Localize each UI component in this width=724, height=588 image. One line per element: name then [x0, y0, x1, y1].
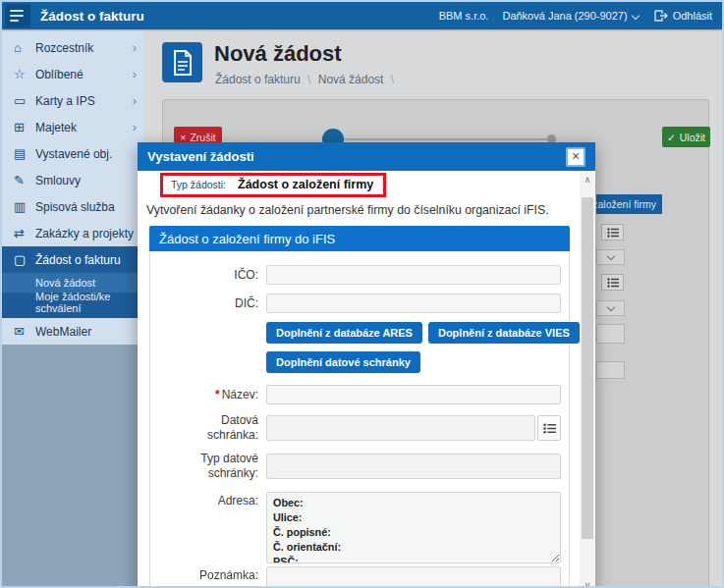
vies-lookup-button[interactable]: Doplnění z databáze VIES	[428, 322, 580, 344]
ico-label: IČO:	[150, 268, 266, 283]
databox-lookup-button[interactable]: Doplnění datové schránky	[266, 351, 420, 373]
form-row-datova-schranka: Datová schránka:	[150, 413, 569, 443]
scroll-up-arrow[interactable]: ∧	[580, 173, 595, 187]
close-icon: ×	[180, 132, 186, 143]
sidebar-subitem-moje-zadosti[interactable]: Moje žádosti/ke schválení	[2, 293, 144, 312]
form-panel-title: Žádost o založení firmy do iFIS	[149, 226, 570, 251]
databox-label: Datová schránka:	[150, 413, 266, 443]
chevron-down-icon	[633, 12, 640, 20]
check-icon: ✓	[667, 132, 676, 143]
breadcrumb-link-1[interactable]: Žádost o fakturu	[215, 73, 301, 86]
modal-scrollbar: ∧ ∨	[580, 171, 595, 588]
databox-type-input[interactable]	[266, 454, 561, 479]
form-row-nazev: *Název:	[150, 385, 569, 404]
nazev-input[interactable]	[266, 385, 561, 404]
projects-icon: ⇄	[14, 226, 35, 241]
input-partial[interactable]	[596, 324, 625, 344]
invoice-icon: ▢	[14, 252, 35, 267]
breadcrumb-separator: \	[387, 73, 398, 86]
logout-button[interactable]: Odhlásit	[654, 10, 712, 22]
dic-label: DIČ:	[150, 296, 266, 311]
file-icon: ▥	[14, 199, 35, 214]
sidebar-item-vystavene-obj[interactable]: ▤ Vystavené obj.	[2, 140, 144, 167]
sidebar-submenu: Nová žádost Moje žádosti/ke schválení	[2, 273, 144, 318]
mail-icon: ✉	[14, 324, 35, 339]
form-row-ico: IČO:	[150, 265, 569, 285]
lookup-buttons-row: Doplnění z databáze ARES Doplnění z data…	[150, 322, 569, 344]
package-icon: ⊞	[14, 120, 35, 134]
request-type-highlight-box: Typ žádosti: Žádost o založení firmy	[160, 173, 386, 197]
home-icon: ⌂	[14, 40, 35, 55]
sidebar-item-spisova-sluzba[interactable]: ▥ Spisová služba	[2, 193, 144, 220]
sidebar-item-smlouvy[interactable]: ✎ Smlouvy	[2, 167, 144, 193]
chevron-down-icon	[606, 251, 614, 259]
select-dropdown-partial[interactable]	[596, 249, 625, 265]
sidebar-item-rozcestnik[interactable]: ⌂ Rozcestník ›	[2, 34, 144, 61]
chevron-right-icon: ›	[133, 120, 137, 134]
modal-header: Vystavení žádosti ×	[138, 142, 595, 171]
nazev-label: *Název:	[150, 388, 266, 402]
close-icon: ×	[572, 148, 580, 164]
ico-input[interactable]	[266, 265, 561, 285]
sidebar-item-karty-a-ips[interactable]: ▭ Karty a IPS ›	[2, 87, 144, 114]
star-icon: ☆	[14, 67, 35, 81]
chevron-right-icon: ›	[133, 67, 137, 81]
modal-vystaveni-zadosti: Vystavení žádosti × Typ žádosti: Žádost …	[138, 142, 595, 588]
save-button[interactable]: ✓ Uložit	[662, 127, 710, 147]
modal-close-button[interactable]: ×	[566, 147, 585, 167]
chevron-right-icon: ›	[133, 93, 137, 108]
list-picker-icon[interactable]	[601, 224, 624, 241]
sidebar-item-majetek[interactable]: ⊞ Majetek ›	[2, 114, 144, 140]
scroll-down-arrow[interactable]: ∨	[580, 578, 595, 588]
logout-label: Odhlásit	[673, 10, 712, 22]
form-panel: Žádost o založení firmy do iFIS IČO: DIČ…	[149, 226, 570, 588]
input-partial[interactable]	[596, 361, 625, 379]
form-row-dic: DIČ:	[150, 294, 569, 313]
request-type-button-partial[interactable]: o založení firmy	[596, 194, 662, 214]
user-name: Daňková Jana (290-9027)	[502, 10, 627, 22]
page-icon	[162, 42, 202, 82]
dic-input[interactable]	[266, 294, 561, 313]
sidebar-item-oblibene[interactable]: ☆ Oblíbené ›	[2, 61, 144, 87]
databox-picker-button[interactable]	[537, 415, 561, 441]
sidebar-subitem-nova-zadost[interactable]: Nová žádost	[2, 273, 144, 293]
databox-type-label: Typ datové schránky:	[150, 452, 266, 481]
request-type-label: Typ žádosti:	[171, 179, 226, 190]
page-title: Nová žádost	[214, 41, 342, 67]
modal-title: Vystavení žádosti	[147, 149, 254, 164]
user-menu[interactable]: Daňková Jana (290-9027)	[502, 10, 640, 22]
list-picker-icon[interactable]	[601, 274, 624, 291]
databox-input[interactable]	[266, 415, 535, 441]
scrollbar-thumb[interactable]	[582, 197, 593, 539]
form-row-typ-datove-schranky: Typ datové schránky:	[150, 452, 569, 481]
sidebar-item-zadost-o-fakturu[interactable]: ▢ Žádost o fakturu	[2, 246, 144, 273]
logout-icon	[654, 10, 668, 22]
select-dropdown-partial[interactable]	[596, 300, 625, 316]
app-title: Žádost o fakturu	[40, 9, 144, 24]
databox-button-row: Doplnění datové schránky	[150, 351, 569, 373]
breadcrumb-separator: \	[304, 73, 314, 86]
poznamka-label: Poznámka:	[150, 566, 266, 583]
document-icon: ▤	[14, 146, 35, 161]
breadcrumb-link-2[interactable]: Nová žádost	[318, 73, 384, 86]
app-window: Žádost o fakturu BBM s.r.o. Daňková Jana…	[0, 0, 724, 588]
stepper-line	[338, 138, 550, 140]
menu-toggle-button[interactable]	[5, 4, 30, 27]
form-row-adresa: Adresa: Obec: Ulice: Č. popisné: Č. orie…	[150, 492, 569, 563]
request-description: Vytvoření žádanky o založení partnerské …	[146, 203, 549, 217]
list-picker-icon	[543, 423, 556, 434]
chevron-down-icon	[606, 302, 614, 310]
poznamka-textarea[interactable]	[266, 566, 561, 588]
topbar: Žádost o fakturu BBM s.r.o. Daňková Jana…	[2, 2, 722, 29]
signature-icon: ✎	[14, 173, 35, 187]
breadcrumb: Žádost o fakturu \ Nová žádost \	[215, 73, 398, 86]
sidebar-item-webmailer[interactable]: ✉ WebMailer	[2, 318, 144, 345]
new-request-icon	[172, 50, 194, 76]
adresa-label: Adresa:	[150, 492, 266, 508]
card-icon: ▭	[14, 93, 35, 108]
chevron-right-icon: ›	[133, 40, 137, 55]
required-mark: *	[215, 388, 220, 401]
ares-lookup-button[interactable]: Doplnění z databáze ARES	[266, 322, 422, 344]
adresa-textarea[interactable]: Obec: Ulice: Č. popisné: Č. orientační: …	[266, 492, 561, 563]
sidebar-item-zakazky-a-projekty[interactable]: ⇄ Zakázky a projekty	[2, 220, 144, 246]
